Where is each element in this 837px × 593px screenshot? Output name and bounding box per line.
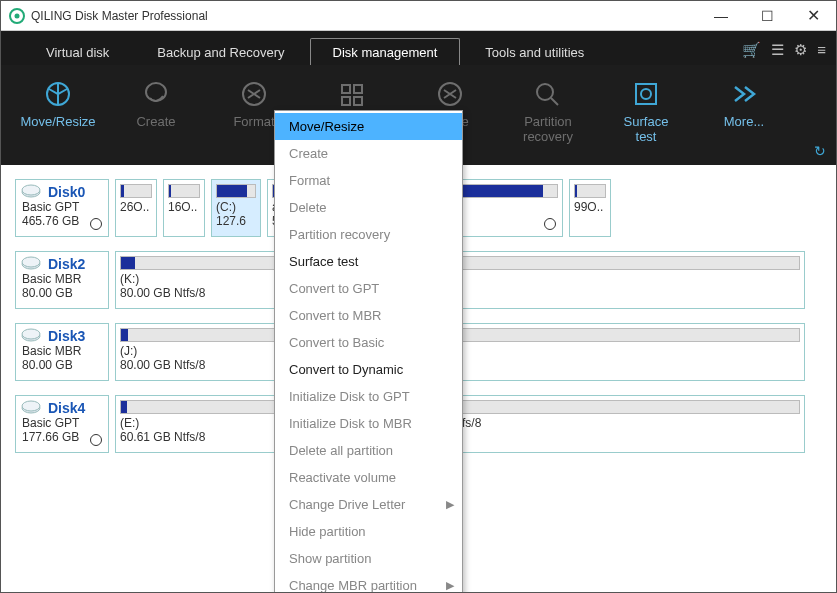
disk-info[interactable]: Disk2Basic MBR80.00 GB — [15, 251, 109, 309]
app-logo-icon — [9, 8, 25, 24]
menu-change-drive-letter: Change Drive Letter▶ — [275, 491, 462, 518]
menu-show-partition: Show partition — [275, 545, 462, 572]
refresh-icon[interactable]: ↻ — [814, 143, 826, 159]
title-bar: QILING Disk Master Professional — ☐ ✕ — [1, 1, 836, 31]
disk-info[interactable]: Disk4Basic GPT177.66 GB — [15, 395, 109, 453]
list-icon[interactable]: ☰ — [771, 41, 784, 59]
svg-point-10 — [537, 84, 553, 100]
svg-rect-5 — [342, 85, 350, 93]
close-button[interactable]: ✕ — [790, 1, 836, 31]
disk-info[interactable]: Disk0Basic GPT465.76 GB — [15, 179, 109, 237]
menu-change-mbr-partition: Change MBR partition▶ — [275, 572, 462, 593]
menu-format: Format — [275, 167, 462, 194]
menu-partition-recovery: Partition recovery — [275, 221, 462, 248]
svg-point-16 — [22, 257, 40, 267]
tab-strip: Virtual disk Backup and Recovery Disk ma… — [1, 31, 836, 65]
menu-delete-all-partition: Delete all partition — [275, 437, 462, 464]
menu-initialize-disk-to-mbr: Initialize Disk to MBR — [275, 410, 462, 437]
menu-initialize-disk-to-gpt: Initialize Disk to GPT — [275, 383, 462, 410]
tab-backup-recovery[interactable]: Backup and Recovery — [134, 38, 307, 66]
toolbar-create: Create — [109, 73, 203, 165]
svg-point-1 — [15, 13, 20, 18]
tab-tools-utilities[interactable]: Tools and utilities — [462, 38, 607, 66]
svg-point-20 — [22, 401, 40, 411]
partition[interactable]: 26O.. — [115, 179, 157, 237]
partition[interactable]: fs/8 — [457, 395, 805, 453]
tab-disk-management[interactable]: Disk management — [310, 38, 461, 66]
svg-point-3 — [146, 83, 166, 101]
svg-rect-6 — [354, 85, 362, 93]
menu-reactivate-volume: Reactivate volume — [275, 464, 462, 491]
menu-convert-to-basic: Convert to Basic — [275, 329, 462, 356]
partition[interactable]: (C:)127.6 — [211, 179, 261, 237]
context-menu: Move/ResizeCreateFormatDeletePartition r… — [274, 110, 463, 593]
menu-convert-to-gpt: Convert to GPT — [275, 275, 462, 302]
svg-point-18 — [22, 329, 40, 339]
tab-virtual-disk[interactable]: Virtual disk — [23, 38, 132, 66]
toolbar-surface-test[interactable]: Surfacetest — [599, 73, 693, 165]
partition[interactable]: 16O.. — [163, 179, 205, 237]
svg-point-14 — [22, 185, 40, 195]
svg-rect-8 — [354, 97, 362, 105]
window-title: QILING Disk Master Professional — [31, 9, 698, 23]
menu-create: Create — [275, 140, 462, 167]
svg-point-12 — [641, 89, 651, 99]
svg-rect-7 — [342, 97, 350, 105]
maximize-button[interactable]: ☐ — [744, 1, 790, 31]
toolbar-more-[interactable]: More... — [697, 73, 791, 165]
disk-info[interactable]: Disk3Basic MBR80.00 GB — [15, 323, 109, 381]
settings-icon[interactable]: ⚙ — [794, 41, 807, 59]
menu-convert-to-dynamic[interactable]: Convert to Dynamic — [275, 356, 462, 383]
menu-delete: Delete — [275, 194, 462, 221]
menu-convert-to-mbr: Convert to MBR — [275, 302, 462, 329]
cart-icon[interactable]: 🛒 — [742, 41, 761, 59]
menu-surface-test[interactable]: Surface test — [275, 248, 462, 275]
menu-move-resize[interactable]: Move/Resize — [275, 113, 462, 140]
menu-hide-partition: Hide partition — [275, 518, 462, 545]
toolbar-move-resize[interactable]: Move/Resize — [11, 73, 105, 165]
partition[interactable]: 99O.. — [569, 179, 611, 237]
minimize-button[interactable]: — — [698, 1, 744, 31]
toolbar-partition-recovery: Partitionrecovery — [501, 73, 595, 165]
menu-icon[interactable]: ≡ — [817, 41, 826, 59]
svg-rect-11 — [636, 84, 656, 104]
